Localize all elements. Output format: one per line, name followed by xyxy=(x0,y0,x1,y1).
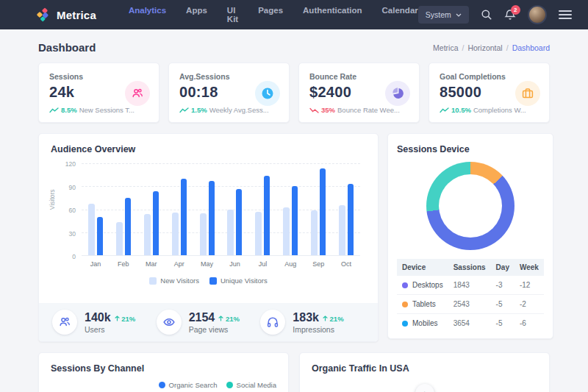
nav-item-pages[interactable]: Pages xyxy=(258,6,283,24)
notification-badge: 2 xyxy=(511,5,520,15)
new-visitors-bar xyxy=(339,205,345,255)
stat-card-percent: 35% xyxy=(321,106,335,114)
bar-group-jul: Jul xyxy=(248,163,276,255)
device-name: Mobiles xyxy=(402,319,443,327)
main-nav: AnalyticsAppsUI KitPagesAuthenticationCa… xyxy=(129,6,418,24)
nav-item-ui-kit[interactable]: UI Kit xyxy=(227,6,238,24)
device-label: Desktops xyxy=(412,281,443,289)
audience-stat-value: 140k 21% xyxy=(85,311,135,324)
navbar-actions: System 2 xyxy=(418,5,572,24)
device-dot xyxy=(402,321,408,327)
nav-item-calendar[interactable]: Calendar xyxy=(382,6,418,24)
device-table-header-row: DeviceSassionsDayWeek xyxy=(397,259,544,276)
bar-group-mar: Mar xyxy=(137,163,165,255)
trend-up-icon xyxy=(179,107,189,113)
y-axis-tick: 60 xyxy=(69,207,76,214)
nav-item-apps[interactable]: Apps xyxy=(186,6,207,24)
x-axis-label: Apr xyxy=(165,260,193,268)
stat-percent: 21% xyxy=(218,315,240,323)
stat-card-trend: 10.5%Completions W... xyxy=(440,106,539,114)
x-axis-label: Jan xyxy=(82,260,110,268)
legend-swatch xyxy=(209,277,217,285)
legend-item-organic-search[interactable]: Organic Search xyxy=(159,381,218,389)
device-cell: Tablets xyxy=(397,295,448,314)
breadcrumb-item[interactable]: Metrica xyxy=(433,43,458,52)
nav-item-analytics[interactable]: Analytics xyxy=(129,6,166,24)
new-visitors-bar xyxy=(311,210,318,255)
stat-card-desc: Completions W... xyxy=(473,106,526,114)
sassions-cell: 3654 xyxy=(448,314,491,333)
briefcase-icon xyxy=(515,81,540,106)
legend-dot xyxy=(226,382,233,388)
menu-icon[interactable] xyxy=(559,10,572,19)
sessions-by-channel-panel: Sessions By Channel Organic SearchSocial… xyxy=(38,352,289,392)
users-icon xyxy=(52,310,77,335)
trend-up-icon xyxy=(49,107,59,113)
breadcrumb-item[interactable]: Horizontal xyxy=(467,43,502,52)
device-table: DeviceSassionsDayWeekDesktops1843-3-12Ta… xyxy=(397,259,544,332)
search-button[interactable] xyxy=(481,9,492,21)
y-axis: 0306090120 xyxy=(60,163,76,256)
unique-visitors-bar xyxy=(153,191,159,256)
metrica-logo-icon xyxy=(37,7,51,22)
unique-visitors-bar xyxy=(320,168,326,255)
bar-group-aug: Aug xyxy=(276,163,304,255)
legend-label: Unique Visitors xyxy=(220,277,268,285)
stat-card-trend: 1.5%Weekly Avg.Sess... xyxy=(179,106,279,114)
system-dropdown-label: System xyxy=(426,10,451,19)
stat-card-label: Goal Completions xyxy=(440,72,539,81)
device-table-row: Mobiles3654-5-6 xyxy=(397,314,544,333)
legend-item-social-media[interactable]: Social Media xyxy=(226,381,276,389)
unique-visitors-bar xyxy=(209,181,215,255)
unique-visitors-bar xyxy=(181,179,187,255)
clock-icon xyxy=(255,81,280,106)
device-label: Tablets xyxy=(412,300,436,308)
x-axis-label: Mar xyxy=(137,260,165,268)
stat-card-percent: 10.5% xyxy=(451,106,471,114)
device-table-row: Tablets2543-5-2 xyxy=(397,295,544,314)
new-visitors-bar xyxy=(200,213,207,255)
device-table-header: Week xyxy=(514,259,544,276)
breadcrumb-separator: / xyxy=(506,43,509,52)
notifications-button[interactable]: 2 xyxy=(504,9,516,21)
y-axis-tick: 0 xyxy=(72,253,76,260)
y-axis-tick: 30 xyxy=(69,230,76,238)
system-dropdown[interactable]: System xyxy=(418,6,469,24)
legend-item-new-visitors[interactable]: New Visitors xyxy=(149,277,199,285)
stat-cards-row: Sessions24k8.5%New Sessions T...Avg.Sess… xyxy=(38,63,550,123)
stat-card-percent: 8.5% xyxy=(61,106,77,114)
bar-group-oct: Oct xyxy=(332,163,360,255)
audience-stat-text: 183k 21%Impressions xyxy=(293,311,343,334)
user-avatar[interactable] xyxy=(528,5,547,24)
sessions-device-donut-chart xyxy=(426,162,514,250)
audience-overview-panel: Audience Overview Visitors 0306090120 Ja… xyxy=(38,133,379,342)
device-name: Desktops xyxy=(402,281,443,289)
map-zoom-in-button[interactable]: + xyxy=(415,384,434,392)
new-visitors-bar xyxy=(144,214,151,255)
audience-stat-text: 140k 21%Users xyxy=(85,311,135,334)
device-table-header: Day xyxy=(491,259,514,276)
audience-stat-text: 2154 21%Page views xyxy=(189,311,240,334)
brand[interactable]: Metrica xyxy=(37,7,96,22)
stat-value: 2154 xyxy=(189,311,215,324)
top-navbar: Metrica AnalyticsAppsUI KitPagesAuthenti… xyxy=(0,0,588,29)
legend-swatch xyxy=(149,277,157,285)
x-axis-label: Jun xyxy=(221,260,249,268)
new-visitors-bar xyxy=(227,210,234,256)
week-cell: -12 xyxy=(514,276,544,295)
sessions-device-title: Sessions Device xyxy=(397,144,544,154)
trend-up-icon xyxy=(440,107,449,113)
bottom-row: Sessions By Channel Organic SearchSocial… xyxy=(38,352,550,392)
nav-item-authentication[interactable]: Authentication xyxy=(303,6,362,24)
x-axis-label: Feb xyxy=(110,260,137,268)
search-icon xyxy=(481,9,492,21)
sessions-device-panel: Sessions Device DeviceSassionsDayWeekDes… xyxy=(387,133,553,339)
breadcrumb: Metrica/Horizontal/Dashboard xyxy=(433,43,550,52)
legend-label: Organic Search xyxy=(169,381,218,389)
chevron-down-icon xyxy=(456,13,462,17)
unique-visitors-bar xyxy=(264,176,270,255)
bar-group-may: May xyxy=(193,163,221,255)
breadcrumb-item[interactable]: Dashboard xyxy=(512,43,550,52)
brand-name: Metrica xyxy=(57,9,96,21)
legend-item-unique-visitors[interactable]: Unique Visitors xyxy=(209,277,268,285)
